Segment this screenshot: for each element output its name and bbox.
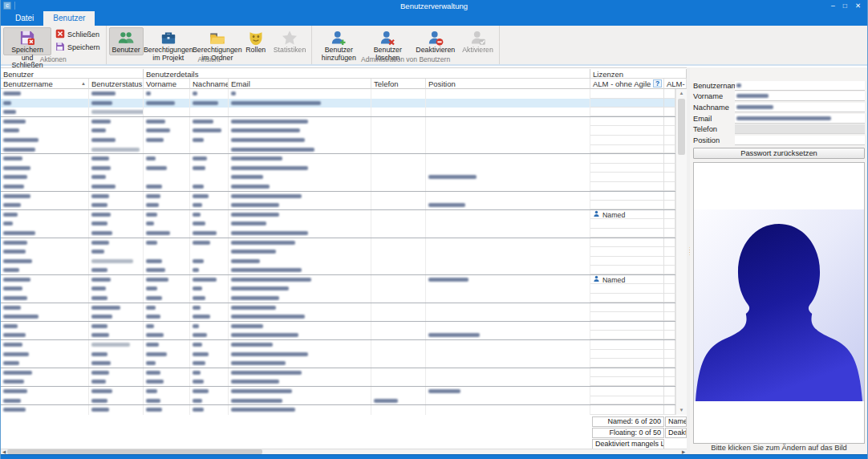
berechtigungen-im-ordner-button[interactable]: Berechtigungen im Ordner [193,27,241,55]
email-field[interactable] [735,114,865,124]
table-row[interactable] [1,99,687,108]
vertical-scrollbar[interactable]: ▲ ▼ [675,89,687,415]
table-row[interactable] [1,331,687,340]
scroll-down-icon[interactable]: ▼ [676,406,687,415]
table-row[interactable] [1,284,687,294]
table-row[interactable] [1,405,687,415]
benutzer-l-schen-button[interactable]: Benutzer löschen [363,27,412,55]
table-row[interactable] [1,173,687,182]
column-header-email[interactable]: Email [229,79,371,89]
table-row[interactable] [1,126,687,136]
table-row[interactable] [1,387,687,396]
table-row[interactable] [1,377,687,387]
redacted-text [91,231,112,235]
table-row[interactable] [1,117,687,127]
table-row[interactable] [1,219,687,229]
vertical-scrollbar-thumb[interactable] [678,99,685,155]
redacted-text [3,250,26,254]
column-header-alm-ohne[interactable]: ALM- ohne [664,79,687,89]
cell [1,238,89,248]
restore-button[interactable]: □ [843,0,847,11]
redacted-text [193,156,207,160]
table-row[interactable] [1,294,687,303]
column-header-telefon[interactable]: Telefon [371,79,426,89]
table-row[interactable] [1,312,687,322]
cell [144,229,190,238]
position-field[interactable] [735,136,865,145]
field-label: Nachname [693,104,735,112]
minimize-button[interactable]: – [831,0,835,11]
column-header-position[interactable]: Position [426,79,590,89]
scroll-up-icon[interactable]: ▲ [676,89,687,98]
table-row[interactable] [1,350,687,359]
table-row[interactable] [1,257,687,266]
summary-named: Named: 6 of 200 [592,416,664,427]
redacted-text [193,213,201,217]
table-row[interactable] [1,266,687,275]
benutzer-button[interactable]: Benutzer [109,27,144,55]
table-row[interactable] [1,89,687,99]
ribbon-group-label: Aktionen [1,55,106,64]
close-button[interactable]: ✕ [855,0,861,11]
table-row[interactable] [1,108,687,117]
redacted-text [231,241,295,245]
table-row[interactable] [1,359,687,368]
table-row[interactable] [1,368,687,378]
horizontal-scrollbar[interactable]: ◀ ▶ [1,449,687,454]
cell [1,331,89,339]
tab-datei[interactable]: Datei [6,11,43,26]
table-row[interactable] [1,192,687,201]
speichern-und-schlie-en-button[interactable]: Speichern und Schließen [3,27,51,55]
nachname-field[interactable] [735,103,865,112]
folder-icon [209,30,225,46]
cell [371,405,426,415]
vorname-field[interactable] [735,91,865,101]
table-row[interactable] [1,182,687,192]
redacted-text [91,259,133,263]
deaktivieren-button[interactable]: Deaktivieren [412,27,458,55]
user-photo[interactable] [693,162,865,444]
column-header-benutzerstatus[interactable]: Benutzerstatus [89,79,144,89]
telefon-field[interactable] [735,124,865,134]
table-row[interactable] [1,247,687,257]
column-header-benutzername[interactable]: Benutzername▲ [1,79,89,89]
benutzername-field[interactable] [735,81,865,91]
table-row[interactable] [1,201,687,210]
table-row[interactable] [1,136,687,145]
help-icon[interactable]: ? [653,79,662,87]
column-header-nachname[interactable]: Nachname [190,79,229,89]
cell-license-2 [664,108,675,116]
cell [190,377,229,386]
tab-benutzer[interactable]: Benutzer [43,11,95,26]
table-row[interactable] [1,154,687,164]
table-row[interactable]: Named [1,210,687,220]
table-row[interactable] [1,396,687,406]
table-row[interactable] [1,164,687,173]
rollen-button[interactable]: Rollen [242,27,270,55]
schlie-en-button[interactable]: Schließen [54,29,102,40]
table-row[interactable] [1,303,687,313]
star-icon [282,30,298,46]
redacted-text [146,221,154,225]
column-header-alm-ohne-agile[interactable]: ALM - ohne Agile? [590,79,664,89]
redacted-text [231,286,289,290]
redacted-text [193,343,202,347]
table-row[interactable] [1,229,687,238]
speichern-button[interactable]: Speichern [54,42,102,53]
summary-truncated: Name... [665,416,687,427]
cell-license [590,340,664,350]
table-row[interactable] [1,322,687,331]
table-row[interactable]: Named [1,275,687,285]
table-row[interactable] [1,340,687,350]
cell [190,331,229,339]
reset-password-button[interactable]: Passwort zurücksetzen [693,148,865,159]
berechtigungen-im-projekt-button[interactable]: Berechtigungen im Projekt [144,27,193,55]
cell-license-2 [664,257,675,266]
column-header-label: Email [231,79,250,88]
benutzer-hinzuf-gen-button[interactable]: Benutzer hinzufügen [314,27,363,55]
table-row[interactable] [1,145,687,155]
column-header-vorname[interactable]: Vorname [144,79,190,89]
table-row[interactable] [1,238,687,248]
ribbon-group-label: Administration von Benutzern [312,55,499,64]
ribbon-group-ansicht: BenutzerBerechtigungen im ProjektBerecht… [107,26,313,64]
